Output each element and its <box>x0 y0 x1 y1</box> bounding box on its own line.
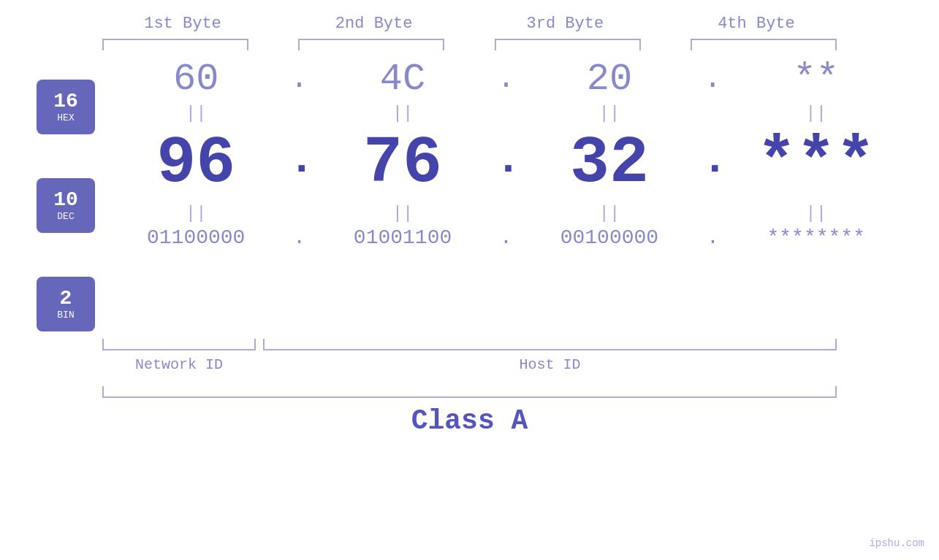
eq2-4: || <box>736 204 897 223</box>
dot-dec-2: . <box>495 135 517 192</box>
host-id-label: Host ID <box>263 356 837 373</box>
dec-row: 96 . 76 . 32 . *** <box>110 126 902 201</box>
eq-2: || <box>322 104 483 123</box>
class-label-row: Class A <box>102 405 837 437</box>
hex-val-4: ** <box>736 58 897 101</box>
network-id-bracket <box>102 339 256 350</box>
bin-badge: 2 BIN <box>37 277 95 331</box>
bracket-4 <box>691 39 837 50</box>
bin-val-3: 00100000 <box>529 226 690 249</box>
watermark: ipshu.com <box>869 537 924 549</box>
eq-1: || <box>115 104 276 123</box>
bin-row: 01100000 . 01001100 . 00100000 . *******… <box>110 226 902 249</box>
hex-badge: 16 HEX <box>37 80 95 134</box>
dot-bin-3: . <box>702 226 723 249</box>
dec-badge-num: 10 <box>53 189 78 212</box>
dec-badge: 10 DEC <box>37 178 95 233</box>
network-id-label: Network ID <box>102 356 256 373</box>
byte-label-1: 1st Byte <box>102 15 263 33</box>
bracket-2 <box>298 39 444 50</box>
dot-bin-2: . <box>495 226 517 249</box>
eq-4: || <box>736 104 897 123</box>
dec-val-4: *** <box>736 126 897 201</box>
bracket-row <box>0 39 939 50</box>
dot-hex-1: . <box>289 63 311 96</box>
bin-val-4: ******** <box>736 226 897 249</box>
eq2-3: || <box>529 204 690 223</box>
bracket-3 <box>495 39 641 50</box>
byte-label-3: 3rd Byte <box>484 15 645 33</box>
dec-val-2: 76 <box>322 126 483 201</box>
id-labels-row: Network ID Host ID <box>102 356 837 373</box>
hex-badge-num: 16 <box>53 91 78 113</box>
bracket-1 <box>102 39 248 50</box>
id-bracket-row <box>102 339 837 350</box>
dec-badge-label: DEC <box>57 211 74 222</box>
main-content: 16 HEX 10 DEC 2 BIN 60 . 4C <box>0 58 939 331</box>
main-container: 1st Byte 2nd Byte 3rd Byte 4th Byte 16 H… <box>0 0 939 560</box>
bin-val-1: 01100000 <box>115 226 276 249</box>
dot-dec-1: . <box>289 135 311 192</box>
hex-badge-label: HEX <box>57 112 74 123</box>
byte-label-2: 2nd Byte <box>294 15 455 33</box>
bottom-section: Network ID Host ID Class A <box>0 339 939 437</box>
dot-hex-2: . <box>495 63 517 96</box>
equals-row-1: || || || || <box>110 104 902 123</box>
badges-column: 16 HEX 10 DEC 2 BIN <box>37 80 110 331</box>
byte-label-4: 4th Byte <box>676 15 837 33</box>
bin-badge-num: 2 <box>60 288 72 310</box>
dec-val-1: 96 <box>115 126 276 201</box>
class-bracket <box>102 386 837 398</box>
hex-val-1: 60 <box>115 58 276 101</box>
class-label: Class A <box>411 405 528 437</box>
values-grid: 60 . 4C . 20 . ** || || <box>110 58 902 249</box>
eq2-1: || <box>115 204 276 223</box>
host-id-bracket <box>263 339 837 350</box>
bin-badge-label: BIN <box>57 310 74 321</box>
dot-dec-3: . <box>702 135 723 192</box>
hex-val-2: 4C <box>322 58 483 101</box>
dec-val-3: 32 <box>529 126 690 201</box>
dot-bin-1: . <box>289 226 311 249</box>
dot-hex-3: . <box>702 63 723 96</box>
header-row: 1st Byte 2nd Byte 3rd Byte 4th Byte <box>0 15 939 33</box>
bin-val-2: 01001100 <box>322 226 483 249</box>
eq-3: || <box>529 104 690 123</box>
equals-row-2: || || || || <box>110 204 902 223</box>
class-bracket-container: Class A <box>102 386 837 437</box>
hex-val-3: 20 <box>529 58 690 101</box>
hex-row: 60 . 4C . 20 . ** <box>110 58 902 101</box>
eq2-2: || <box>322 204 483 223</box>
